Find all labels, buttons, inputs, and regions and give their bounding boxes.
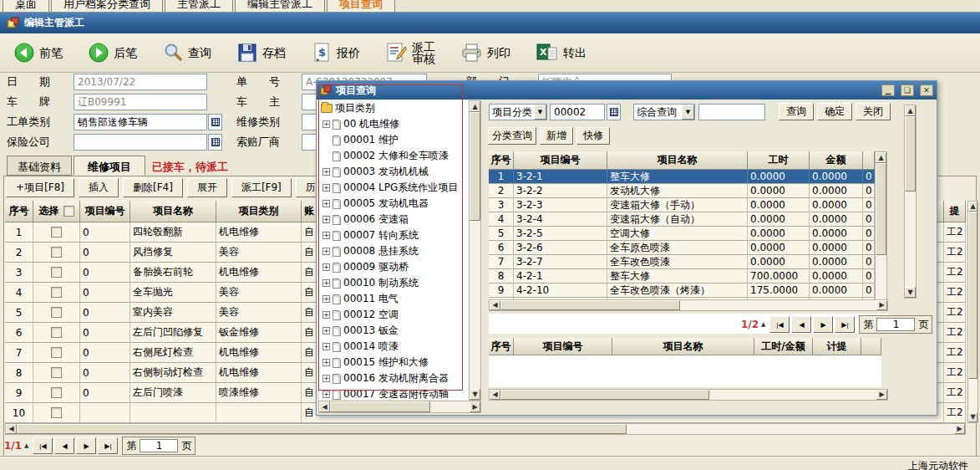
chevron-down-icon[interactable]: ▼ — [682, 105, 694, 120]
tree-item-8[interactable]: +00008 悬挂系统 — [319, 243, 469, 259]
scroll-thumb[interactable] — [500, 300, 680, 310]
tree-root[interactable]: 项目类别 — [319, 100, 469, 116]
print-button[interactable]: 列印 — [460, 42, 510, 64]
top-tab-3[interactable]: 编辑主管派工 — [235, 0, 325, 12]
expand-icon[interactable]: + — [322, 232, 330, 239]
scroll-thumb[interactable] — [17, 424, 627, 434]
result-row[interactable]: 43-2-4变速箱大修（自动）0.00000.00000 — [489, 212, 875, 227]
sort-triangle-icon[interactable]: ▲ — [761, 321, 765, 328]
action-button-0[interactable]: +项目[F8] — [6, 178, 74, 197]
row-checkbox[interactable] — [51, 407, 62, 418]
last-page-button[interactable]: ▶| — [835, 316, 855, 333]
insurer-field[interactable] — [74, 134, 207, 151]
scroll-up-icon[interactable]: ▲ — [470, 101, 480, 112]
expand-icon[interactable]: + — [322, 248, 330, 255]
insurer-picker-button[interactable] — [208, 134, 222, 151]
expand-icon[interactable]: + — [322, 359, 330, 366]
tree-item-9[interactable]: +00009 驱动桥 — [319, 259, 469, 275]
scroll-thumb[interactable] — [330, 401, 430, 412]
tree-item-6[interactable]: +00006 变速箱 — [319, 212, 469, 227]
dialog-page-input[interactable] — [876, 318, 915, 331]
result-row[interactable]: 94-2-10全车改色喷漆（烤漆）175.00000.00000 — [489, 284, 875, 298]
row-checkbox[interactable] — [51, 227, 62, 238]
action-button-3[interactable]: 展开 — [187, 178, 227, 197]
result-row[interactable]: 13-2-1整车大修0.00000.00000 — [489, 170, 875, 184]
tree-item-16[interactable]: +00016 发动机附离合器 — [319, 370, 469, 386]
tree-item-1[interactable]: 00001 维护 — [319, 132, 469, 148]
tree-item-12[interactable]: +00012 空调 — [319, 307, 469, 323]
tree-item-7[interactable]: +00007 转向系统 — [319, 227, 469, 243]
scroll-up-icon[interactable]: ▲ — [968, 202, 977, 212]
query-button[interactable]: 查询 — [162, 42, 211, 64]
scroll-thumb[interactable] — [905, 116, 916, 192]
scroll-thumb[interactable] — [968, 212, 977, 379]
keyword-field[interactable] — [698, 104, 765, 120]
scroll-down-icon[interactable]: ▼ — [470, 389, 480, 400]
last-page-button[interactable]: ▶| — [98, 437, 118, 454]
result-row[interactable]: 73-2-7全车改色喷漆0.00000.00000 — [489, 255, 875, 269]
top-tab-4[interactable]: 项目查询 — [327, 0, 395, 12]
minimize-icon[interactable]: ▁ — [881, 84, 895, 96]
main-vertical-scrollbar[interactable]: ▲ ▼ — [967, 201, 978, 423]
query-mode-combo[interactable]: 综合查询 ▼ — [633, 104, 695, 120]
scroll-right-icon[interactable]: ▶ — [470, 401, 480, 412]
quick-repair-button[interactable]: 快修 — [576, 127, 610, 145]
tree-item-10[interactable]: +00010 制动系统 — [319, 275, 469, 291]
row-checkbox[interactable] — [51, 287, 62, 298]
date-field[interactable] — [74, 74, 207, 90]
scroll-down-icon[interactable]: ▼ — [968, 412, 977, 422]
tree-vertical-scrollbar[interactable]: ▲ ▼ — [469, 100, 481, 401]
row-checkbox[interactable] — [51, 307, 62, 318]
export-button[interactable]: X 转出 — [536, 42, 586, 64]
maximize-icon[interactable]: ❏ — [901, 84, 914, 96]
expand-icon[interactable]: + — [322, 327, 330, 335]
tree-item-14[interactable]: +00014 喷漆 — [319, 339, 469, 355]
expand-icon[interactable]: + — [322, 375, 330, 382]
scroll-right-icon[interactable]: ▶ — [954, 424, 965, 434]
close-icon[interactable]: ✕ — [920, 84, 933, 96]
first-page-button[interactable]: |◀ — [33, 437, 53, 454]
expand-icon[interactable]: + — [322, 391, 330, 398]
scroll-right-icon[interactable]: ▶ — [876, 300, 887, 310]
next-page-button[interactable]: ▶ — [76, 437, 96, 454]
expand-icon[interactable]: + — [322, 120, 330, 128]
panel-vertical-scrollbar[interactable]: ▲ ▼ — [904, 105, 917, 299]
tree-item-15[interactable]: +00015 维护和大修 — [319, 355, 469, 370]
expand-icon[interactable]: + — [322, 311, 330, 319]
row-checkbox[interactable] — [51, 367, 62, 378]
top-tab-1[interactable]: 用户档案分类查询 — [51, 0, 163, 12]
scroll-up-icon[interactable]: ▲ — [876, 152, 886, 163]
expand-icon[interactable]: + — [322, 168, 330, 176]
result-horizontal-scrollbar[interactable]: ◀ ▶ — [489, 299, 888, 311]
scroll-thumb[interactable] — [500, 390, 709, 400]
action-button-1[interactable]: 插入 — [79, 178, 119, 197]
tree-horizontal-scrollbar[interactable]: ◀ ▶ — [318, 401, 481, 413]
dialog-ok-button[interactable]: 确定 — [817, 103, 852, 120]
tree-item-0[interactable]: +00 机电维修 — [319, 116, 469, 132]
tree-item-13[interactable]: +00013 钣金 — [319, 323, 469, 339]
add-new-button[interactable]: 新增 — [540, 127, 573, 145]
tree-item-11[interactable]: +00011 电气 — [319, 291, 469, 307]
dialog-query-button[interactable]: 查询 — [779, 103, 814, 120]
scroll-down-icon[interactable]: ▼ — [905, 287, 916, 298]
first-page-button[interactable]: |◀ — [769, 316, 790, 333]
tree-item-4[interactable]: +00004 LPG系统作业项目 — [319, 180, 469, 196]
plate-field[interactable] — [74, 94, 207, 110]
select-all-checkbox[interactable] — [63, 206, 74, 217]
scroll-left-icon[interactable]: ◀ — [490, 390, 500, 400]
result-row[interactable]: 84-2-1整车大修700.00000.00000 — [489, 269, 875, 284]
prev-page-button[interactable]: ◀ — [54, 437, 74, 454]
result-row[interactable]: 63-2-6全车原色喷漆0.00000.00000 — [489, 241, 875, 255]
order-type-field[interactable] — [74, 114, 207, 130]
expand-icon[interactable]: + — [322, 279, 330, 287]
row-checkbox[interactable] — [51, 387, 62, 398]
row-checkbox[interactable] — [51, 347, 62, 358]
result-vertical-scrollbar[interactable]: ▲ ▼ — [875, 151, 887, 310]
expand-icon[interactable]: + — [322, 343, 330, 350]
tree-item-2[interactable]: 00002 大修和全车喷漆 — [319, 148, 469, 164]
main-page-input[interactable] — [140, 439, 178, 452]
quote-button[interactable]: $ 报价 — [311, 42, 360, 64]
sort-triangle-icon[interactable]: ▲ — [24, 442, 28, 449]
scroll-right-icon[interactable]: ▶ — [876, 390, 887, 400]
dialog-titlebar[interactable]: 项目查询 ▁ ❏ ✕ — [317, 81, 937, 100]
